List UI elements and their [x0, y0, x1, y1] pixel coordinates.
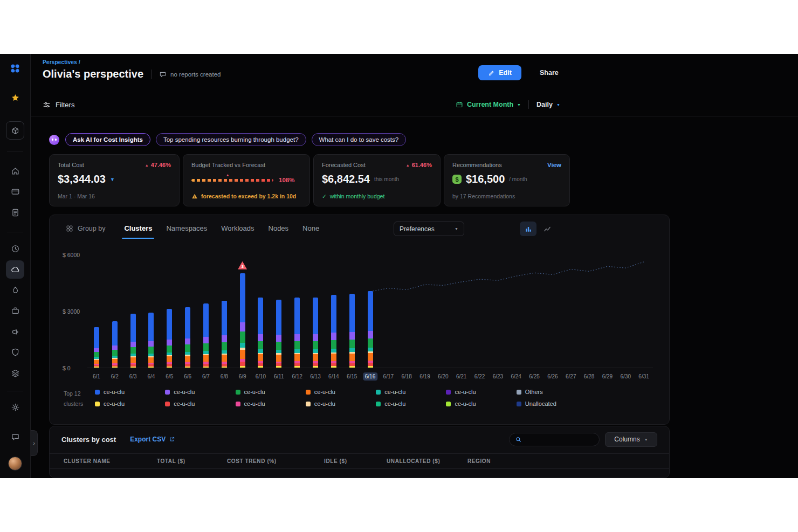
sidebar-item-usage[interactable]: [6, 239, 24, 258]
warning-icon: [191, 193, 198, 199]
x-axis-label: 6/4: [145, 372, 157, 381]
legend-item[interactable]: ce-u-clu: [446, 400, 516, 407]
ai-assistant-icon[interactable]: [49, 135, 59, 145]
column-header[interactable]: COST TREND (%): [227, 458, 324, 464]
legend-color-dot: [376, 390, 381, 395]
column-header[interactable]: IDLE ($): [324, 458, 387, 464]
sidebar-item-packages[interactable]: [6, 121, 24, 140]
bar-6/11[interactable]: [276, 300, 281, 368]
bar-6/10[interactable]: [258, 298, 263, 368]
edit-button[interactable]: Edit: [478, 65, 521, 80]
favorites-icon: [11, 93, 20, 102]
legend-item[interactable]: ce-u-clu: [376, 400, 446, 407]
bar-6/16[interactable]: [368, 291, 373, 368]
sidebar-item-logo[interactable]: [6, 59, 24, 78]
column-header[interactable]: UNALLOCATED ($): [387, 458, 467, 464]
cluster-search[interactable]: [509, 433, 600, 446]
bar-segment-ce-u-clu-orange: [203, 355, 209, 362]
tab-workloads[interactable]: Workloads: [214, 215, 261, 242]
preferences-select[interactable]: Preferences ▼: [394, 222, 464, 236]
tab-namespaces[interactable]: Namespaces: [159, 215, 214, 242]
sidebar-item-home[interactable]: [6, 162, 24, 180]
legend-label: ce-u-clu: [104, 400, 125, 407]
bar-6/5[interactable]: [167, 309, 172, 368]
bar-6/14[interactable]: [331, 295, 336, 368]
x-axis-label: 6/25: [527, 372, 541, 381]
x-axis-label: 6/6: [182, 372, 194, 381]
sidebar-item-alerts[interactable]: [6, 322, 24, 341]
legend-item[interactable]: Others: [517, 389, 587, 395]
legend-item[interactable]: ce-u-clu: [236, 389, 306, 395]
sidebar-item-workloads[interactable]: [6, 301, 24, 320]
filters-button[interactable]: Filters: [43, 93, 74, 116]
sidebar-item-security[interactable]: [6, 343, 24, 361]
tab-none[interactable]: None: [295, 215, 326, 242]
ai-prompt-button[interactable]: Top spending resources burning through b…: [156, 133, 306, 146]
legend-item[interactable]: ce-u-clu: [236, 400, 306, 407]
line-chart-toggle[interactable]: [539, 222, 555, 236]
bar-6/13[interactable]: [313, 298, 318, 368]
export-csv-link[interactable]: Export CSV: [130, 436, 175, 443]
sidebar-item-docs[interactable]: [6, 364, 24, 382]
sidebar-item-clusters[interactable]: [6, 260, 24, 279]
legend-item[interactable]: ce-u-clu: [376, 389, 446, 395]
bar-segment-ce-u-clu-blue: [240, 273, 245, 322]
title-divider: [151, 70, 152, 79]
legend-label: ce-u-clu: [104, 389, 125, 395]
columns-button[interactable]: Columns ▼: [605, 432, 657, 447]
bar-segment-ce-u-clu-blue: [148, 313, 154, 341]
sidebar-item-chat[interactable]: [6, 427, 24, 446]
search-input[interactable]: [526, 436, 594, 443]
bar-6/9[interactable]: [240, 273, 245, 368]
legend-label: ce-u-clu: [384, 389, 405, 395]
tab-nodes[interactable]: Nodes: [262, 215, 296, 242]
legend-item[interactable]: ce-u-clu: [165, 389, 235, 395]
x-axis-label[interactable]: 6/16: [363, 372, 377, 381]
bar-6/1[interactable]: [94, 327, 99, 368]
sidebar-item-profile[interactable]: [6, 454, 24, 473]
column-header[interactable]: REGION: [467, 458, 655, 464]
ai-prompt-button[interactable]: What can I do to save costs?: [312, 133, 407, 146]
bar-segment-ce-u-clu-blue: [185, 307, 190, 338]
legend-item[interactable]: ce-u-clu: [95, 400, 165, 407]
legend-item[interactable]: ce-u-clu: [446, 389, 516, 395]
bar-6/4[interactable]: [148, 313, 154, 368]
bar-6/8[interactable]: [222, 300, 227, 368]
bar-6/15[interactable]: [349, 294, 355, 368]
reports-badge[interactable]: no reports created: [159, 71, 221, 78]
legend-item[interactable]: ce-u-clu: [165, 400, 235, 407]
legend-item[interactable]: ce-u-clu: [306, 400, 376, 407]
panel-expand-handle[interactable]: ›: [31, 430, 38, 456]
date-range-select[interactable]: Current Month ▼: [456, 101, 521, 108]
bar-segment-ce-u-clu-green: [331, 340, 336, 349]
sidebar-item-settings[interactable]: [6, 398, 24, 416]
sidebar-item-reports[interactable]: [6, 203, 24, 222]
breadcrumb[interactable]: Perspectives /: [43, 59, 80, 65]
legend-item[interactable]: ce-u-clu: [95, 389, 165, 395]
bar-6/12[interactable]: [294, 298, 300, 368]
sidebar-item-storage[interactable]: [6, 281, 24, 299]
column-header[interactable]: CLUSTER NAME: [64, 458, 157, 464]
main-content: Perspectives / Olivia's perspective no r…: [31, 54, 798, 478]
column-header[interactable]: TOTAL ($): [157, 458, 227, 464]
budget-label: Budget Tracked vs Forecast: [191, 162, 265, 168]
expand-chevron-icon[interactable]: ▼: [110, 177, 115, 182]
bar-6/6[interactable]: [185, 307, 190, 368]
bar-6/7[interactable]: [203, 303, 209, 368]
share-button[interactable]: Share: [531, 65, 567, 80]
recommendations-unit: / month: [509, 176, 527, 182]
legend-item[interactable]: ce-u-clu: [306, 389, 376, 395]
bar-6/2[interactable]: [112, 321, 118, 368]
sidebar-items: [0, 54, 30, 478]
sidebar-item-billing[interactable]: [6, 182, 24, 201]
bar-segment-ce-u-clu-orange: [276, 355, 281, 362]
bar-chart-toggle[interactable]: [520, 222, 536, 236]
sidebar-item-favorites[interactable]: [6, 88, 24, 107]
legend-item[interactable]: Unallocated: [517, 400, 587, 407]
granularity-select[interactable]: Daily ▼: [536, 101, 560, 108]
chevron-down-icon: ▼: [644, 438, 648, 441]
ai-prompt-button[interactable]: Ask AI for Cost Insights: [65, 133, 150, 146]
view-recommendations-link[interactable]: View: [547, 162, 561, 168]
tab-clusters[interactable]: Clusters: [117, 215, 159, 242]
bar-6/3[interactable]: [130, 314, 136, 368]
